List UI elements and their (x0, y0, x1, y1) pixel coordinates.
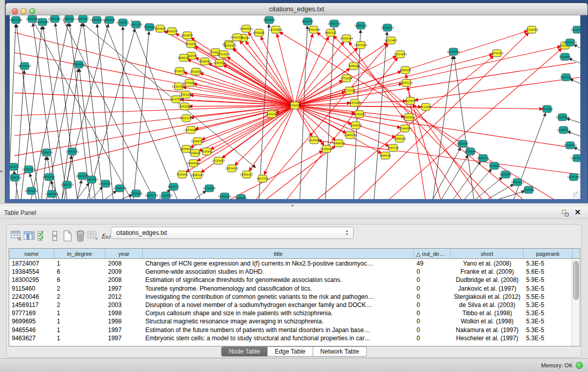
graph-node[interactable]: 2751423 (341, 75, 352, 82)
table-cell[interactable]: 1 (54, 317, 105, 325)
table-cell[interactable]: 9465546 (9, 326, 54, 334)
close-panel-icon[interactable]: ✕ (574, 208, 581, 217)
table-header-row[interactable]: namein_degreeyeartitle△ out_de…shortpage… (9, 249, 580, 259)
citation-edge-red[interactable] (295, 42, 344, 105)
table-cell[interactable]: 0 (414, 285, 451, 293)
graph-node[interactable]: 12245082 (567, 173, 580, 181)
graph-node[interactable]: 2935114 (477, 155, 489, 162)
citation-edge-black[interactable] (10, 25, 16, 199)
table-cell[interactable]: 0 (414, 268, 451, 276)
graph-node[interactable]: 10655257 (76, 15, 89, 23)
citation-edge-black[interactable] (105, 191, 116, 199)
graph-node[interactable]: 8912954 (182, 32, 193, 39)
graph-node[interactable]: 16131004 (218, 193, 231, 199)
table-cell[interactable]: 5.3E-5 (524, 259, 571, 268)
table-cell[interactable]: Corpus callosum shape and size in male p… (143, 309, 414, 317)
citation-edge-black[interactable] (123, 27, 123, 199)
tab-node-table[interactable]: Node Table (221, 346, 268, 357)
graph-node[interactable]: 9457771 (168, 183, 179, 190)
select-all-icon[interactable] (35, 229, 48, 243)
collapsed-west-panel[interactable]: ▸ (0, 0, 5, 203)
citation-edge-black[interactable] (195, 191, 206, 199)
table-cell[interactable]: Embryonic stem cells: a model to study s… (143, 334, 414, 342)
table-cell[interactable]: Estimation of the future numbers of pati… (143, 326, 414, 334)
network-canvas[interactable]: 1872400715753834955822113201404161261501… (10, 15, 580, 199)
table-cell[interactable]: 2003 (105, 301, 143, 309)
graph-node[interactable]: 9860128 (325, 29, 336, 36)
table-cell[interactable]: 0 (414, 301, 451, 309)
graph-node[interactable]: 9391977 (457, 140, 468, 147)
table-cell[interactable]: Yano et al. (2008) (451, 259, 524, 268)
table-cell[interactable]: Franke et al. (2009) (451, 268, 524, 276)
table-row[interactable]: 911546021997Tourette syndrome. Phenomeno… (9, 285, 571, 293)
table-cell[interactable]: de Silva et al. (2003) (451, 301, 524, 309)
table-cell[interactable]: 5.3E-5 (524, 317, 571, 325)
table-cell[interactable]: 6 (54, 276, 105, 284)
table-row[interactable]: 2242004622012Investigating the contribut… (9, 293, 571, 301)
graph-node[interactable]: 7625402 (177, 171, 188, 178)
table-cell[interactable]: 2 (54, 285, 105, 293)
graph-node[interactable]: 10210643 (556, 114, 569, 121)
graph-node[interactable]: 7625440 (201, 148, 212, 155)
graph-node[interactable]: 12554432 (225, 165, 238, 172)
table-cell[interactable]: Dudbridge et al. (2008) (451, 276, 524, 284)
column-header[interactable]: name (9, 249, 54, 258)
table-cell[interactable]: 2009 (105, 268, 143, 276)
table-cell[interactable]: 5.3E-5 (524, 309, 571, 317)
graph-node[interactable]: 9115460 (420, 103, 431, 111)
table-cell[interactable]: 5.5E-5 (524, 293, 571, 301)
scrollbar-thumb[interactable] (573, 261, 579, 300)
citation-edge-black[interactable] (47, 24, 82, 199)
table-cell[interactable]: 19384554 (9, 268, 54, 276)
table-cell[interactable]: 1 (54, 334, 105, 342)
table-cell[interactable]: 0 (414, 309, 451, 317)
table-cell[interactable]: Genome-wide association studies in ADHD. (143, 268, 414, 276)
table-cell[interactable]: Disruption of a novel member of a sodium… (143, 301, 414, 309)
table-cell[interactable]: Stergiakouli et al. (2012) (451, 293, 524, 301)
divider-collapse-icon[interactable]: ▲ (291, 203, 294, 207)
citation-edge-black[interactable] (574, 45, 580, 52)
graph-node[interactable]: 11465733 (60, 181, 73, 188)
table-row[interactable]: 1830029562008Estimation of significance … (9, 276, 571, 284)
graph-node[interactable]: 5498222 (189, 149, 201, 157)
citation-edge-red[interactable] (14, 73, 295, 105)
graph-node[interactable]: 9466160 (104, 16, 115, 24)
graph-node[interactable]: 7632621 (489, 162, 500, 169)
graph-node[interactable]: 8131004 (264, 16, 275, 24)
table-cell[interactable]: 2 (54, 301, 105, 309)
table-cell[interactable]: 1 (54, 259, 105, 268)
graph-node[interactable]: 14873403 (354, 41, 367, 49)
citation-edge-black[interactable] (570, 79, 580, 86)
attribute-table[interactable]: namein_degreeyeartitle△ out_de…shortpage… (9, 248, 580, 346)
table-cell[interactable]: 1997 (105, 334, 143, 342)
graph-node[interactable]: 24055724 (10, 16, 23, 24)
citation-edge-black[interactable] (30, 174, 36, 199)
graph-node[interactable]: 10555724 (10, 174, 21, 181)
citation-edge-red[interactable] (211, 105, 295, 149)
graph-node[interactable]: 8996154 (380, 152, 391, 159)
float-window-icon[interactable] (562, 210, 569, 216)
table-cell[interactable]: 9777169 (9, 309, 54, 317)
graph-node[interactable]: 7663822 (155, 25, 166, 32)
table-cell[interactable]: 1997 (105, 285, 143, 293)
graph-node[interactable]: 17518166 (189, 68, 202, 75)
table-cell[interactable]: 5.6E-5 (524, 268, 571, 276)
table-cell[interactable]: Investigating the contribution of common… (143, 293, 414, 301)
table-row[interactable]: 946362711997Embryonic stem cells: a mode… (9, 334, 571, 342)
graph-node[interactable]: 9860128 (166, 28, 178, 35)
column-header[interactable]: short (451, 249, 524, 258)
graph-node[interactable]: 9777134 (344, 87, 355, 94)
citation-edge-black[interactable] (488, 184, 513, 199)
table-cell[interactable]: 0 (414, 276, 451, 284)
citation-edge-black[interactable] (453, 162, 481, 199)
citation-edge-black[interactable] (33, 24, 57, 199)
table-cell[interactable]: Tourette syndrome. Phenomenology and cla… (143, 285, 414, 293)
citation-edge-red[interactable] (295, 105, 400, 127)
citation-edge-black[interactable] (499, 191, 524, 199)
table-cell[interactable]: 18724007 (9, 259, 54, 268)
graph-node[interactable]: 19563954 (307, 26, 320, 33)
graph-node[interactable]: 16461045 (354, 22, 367, 29)
table-settings-icon[interactable]: ⚙ (10, 229, 23, 243)
graph-node[interactable]: 9669105 (302, 18, 313, 25)
table-row[interactable]: 1456911722003Disruption of a novel membe… (9, 301, 571, 309)
